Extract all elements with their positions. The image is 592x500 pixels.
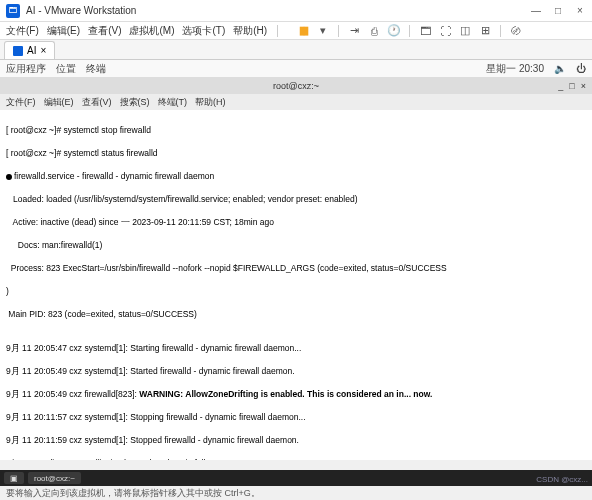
- title-bar: 🗔 AI - VMware Workstation — □ ×: [0, 0, 592, 22]
- term-menu-view[interactable]: 查看(V): [82, 96, 112, 109]
- tab-vm-icon: [13, 46, 23, 56]
- term-line: 9月 11 20:05:49 cxz systemd[1]: Started f…: [6, 366, 586, 377]
- term-line: 9月 11 20:11:59 cxz systemd[1]: Stopped f…: [6, 435, 586, 446]
- term-line: ): [6, 286, 586, 297]
- term-line: Docs: man:firewalld(1): [6, 240, 586, 251]
- bullet-icon: [6, 174, 12, 180]
- term-menu-edit[interactable]: 编辑(E): [44, 96, 74, 109]
- power-icon[interactable]: ⏻: [576, 63, 586, 74]
- tab-bar: AI ×: [0, 40, 592, 60]
- send-icon[interactable]: ⇥: [347, 24, 361, 38]
- unity-icon[interactable]: ◫: [458, 24, 472, 38]
- watermark: CSDN @cxz...: [536, 475, 588, 484]
- tab-close-icon[interactable]: ×: [40, 45, 46, 56]
- close-button[interactable]: ×: [574, 5, 586, 17]
- menu-edit[interactable]: 编辑(E): [47, 24, 80, 38]
- term-line: Active: inactive (dead) since 一 2023-09-…: [6, 217, 586, 228]
- status-bar: 要将输入定向到该虚拟机，请将鼠标指针移入其中或按 Ctrl+G。: [0, 486, 592, 500]
- fullscreen-icon[interactable]: ⛶: [438, 24, 452, 38]
- term-max-icon[interactable]: □: [569, 81, 574, 91]
- volume-icon[interactable]: 🔈: [554, 63, 566, 74]
- guest-top-bar: 应用程序 位置 终端 星期一 20:30 🔈 ⏻: [0, 60, 592, 78]
- minimize-button[interactable]: —: [530, 5, 542, 17]
- term-line: Main PID: 823 (code=exited, status=0/SUC…: [6, 309, 586, 320]
- guest-taskbar: ▣ root@cxz:~: [0, 470, 592, 486]
- term-line: 9月 11 20:05:49 cxz firewalld[823]: WARNI…: [6, 389, 586, 400]
- terminal-output[interactable]: [ root@cxz ~]# systemctl stop firewalld …: [0, 110, 592, 460]
- term-line: 9月 11 20:05:47 cxz systemd[1]: Starting …: [6, 343, 586, 354]
- term-line: [ root@cxz ~]# systemctl status firewall…: [6, 148, 586, 159]
- places-menu[interactable]: 位置: [56, 62, 76, 76]
- menu-view[interactable]: 查看(V): [88, 24, 121, 38]
- app-icon: 🗔: [6, 4, 20, 18]
- term-menu-search[interactable]: 搜索(S): [120, 96, 150, 109]
- term-menu-file[interactable]: 文件(F): [6, 96, 36, 109]
- terminal-title-bar: root@cxz:~ _ □ ×: [0, 78, 592, 94]
- terminal-title: root@cxz:~: [273, 81, 319, 91]
- menu-bar: 文件(F) 编辑(E) 查看(V) 虚拟机(M) 选项卡(T) 帮助(H) ▮▮…: [0, 22, 592, 40]
- clock-label: 星期一 20:30: [486, 62, 544, 76]
- term-line: Process: 823 ExecStart=/usr/sbin/firewal…: [6, 263, 586, 274]
- warning-text: WARNING: AllowZoneDrifting is enabled. T…: [139, 389, 432, 399]
- maximize-button[interactable]: □: [552, 5, 564, 17]
- window-title: AI - VMware Workstation: [26, 5, 530, 16]
- terminal-menu[interactable]: 终端: [86, 62, 106, 76]
- menu-help[interactable]: 帮助(H): [233, 24, 267, 38]
- taskbar-item[interactable]: root@cxz:~: [28, 472, 81, 484]
- taskbar-terminal-icon[interactable]: ▣: [4, 472, 24, 484]
- term-line: [ root@cxz ~]# systemctl stop firewalld: [6, 125, 586, 136]
- screen-icon[interactable]: 🗔: [418, 24, 432, 38]
- snapshot-icon[interactable]: ⎙: [367, 24, 381, 38]
- term-close-icon[interactable]: ×: [581, 81, 586, 91]
- clock-icon[interactable]: 🕐: [387, 24, 401, 38]
- terminal-menu-bar: 文件(F) 编辑(E) 查看(V) 搜索(S) 终端(T) 帮助(H): [0, 94, 592, 110]
- term-line: firewalld.service - firewalld - dynamic …: [6, 171, 586, 182]
- fit-icon[interactable]: ⊞: [478, 24, 492, 38]
- status-text: 要将输入定向到该虚拟机，请将鼠标指针移入其中或按 Ctrl+G。: [6, 487, 260, 500]
- menu-file[interactable]: 文件(F): [6, 24, 39, 38]
- apps-menu[interactable]: 应用程序: [6, 62, 46, 76]
- term-menu-terminal[interactable]: 终端(T): [158, 96, 188, 109]
- last-icon[interactable]: 〄: [509, 24, 523, 38]
- pause-icon[interactable]: ▮▮: [296, 24, 310, 38]
- term-menu-help[interactable]: 帮助(H): [195, 96, 226, 109]
- term-min-icon[interactable]: _: [558, 81, 563, 91]
- term-line: 9月 11 20:11:57 cxz systemd[1]: Stopping …: [6, 412, 586, 423]
- menu-tabs[interactable]: 选项卡(T): [182, 24, 225, 38]
- menu-vm[interactable]: 虚拟机(M): [129, 24, 174, 38]
- dropdown-icon[interactable]: ▾: [316, 24, 330, 38]
- term-line: Loaded: loaded (/usr/lib/systemd/system/…: [6, 194, 586, 205]
- vm-tab[interactable]: AI ×: [4, 41, 55, 59]
- term-line: Hint: Some lines were ellipsized, use -l…: [6, 458, 586, 460]
- tab-label: AI: [27, 45, 36, 56]
